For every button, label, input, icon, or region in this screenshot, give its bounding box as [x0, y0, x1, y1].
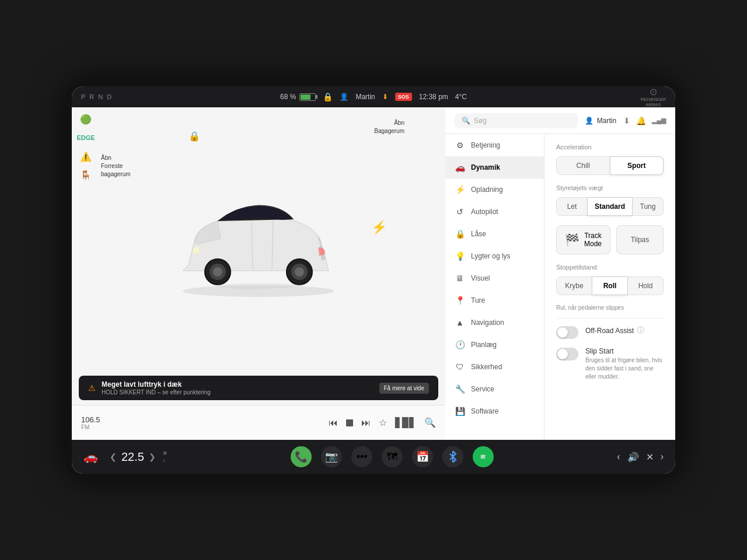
sos-button[interactable]: SOS [395, 93, 412, 101]
sport-button[interactable]: Sport [610, 156, 664, 175]
spotify-icon [478, 452, 488, 462]
standard-button[interactable]: Standard [588, 197, 633, 216]
slipstart-toggle[interactable] [556, 348, 578, 360]
offroad-knob [557, 327, 568, 338]
maps-button[interactable]: 🗺 [382, 446, 403, 467]
offroad-toggle-row: Off-Road Assist ⓘ [556, 326, 664, 339]
taskbar-left: 🚗 ❮ 22.5 ❯ ❄ ↕ [83, 450, 167, 464]
prev-track-icon[interactable]: ‹ [617, 452, 620, 462]
right-panel: 🔍 Søg 👤 Martin ⬇ 🔔 ▂▄▆ [445, 107, 675, 440]
offroad-info: Off-Road Assist ⓘ [585, 326, 664, 335]
bell-icon: 🔔 [636, 116, 646, 125]
calendar-button[interactable]: 📅 [412, 446, 433, 467]
nav-autopilot-label: Autopilot [471, 208, 498, 216]
trunk-label: Åbn Bagagerum [374, 119, 404, 135]
nav-visuel-label: Visuel [471, 274, 490, 282]
volume-icon: 🔊 [627, 452, 639, 463]
next-button[interactable]: ⏭ [361, 418, 371, 428]
nav-planlaeg[interactable]: 🕐 Planlæg [445, 334, 544, 356]
apps-button[interactable]: ••• [351, 446, 372, 467]
sync-icon: ↕ [163, 457, 167, 463]
main-content: 🟢 EDGE ⚠️ 🪑 Åbn Forreste bagagerum 🔒 [72, 107, 675, 440]
search-box[interactable]: 🔍 Søg [455, 113, 578, 128]
chill-button[interactable]: Chill [556, 156, 610, 175]
sikkerhed-icon: 🛡 [455, 362, 465, 372]
nav-sikkerhed[interactable]: 🛡 Sikkerhed [445, 356, 544, 378]
equalizer-button[interactable]: ▋▉▋ [395, 417, 416, 428]
settings-nav: ⚙ Betjening 🚗 Dynamik ⚡ Opladning ↺ [445, 134, 544, 440]
taskbar-center: 📞 📷 ••• 🗺 📅 [291, 446, 494, 467]
nav-planlaeg-label: Planlæg [471, 341, 497, 349]
nav-ture[interactable]: 📍 Ture [445, 289, 544, 312]
battery-percent: 68 % [280, 93, 296, 101]
track-mode-button[interactable]: 🏁 Track Mode [556, 225, 610, 254]
svg-point-6 [295, 267, 304, 276]
warning-icon: ⚠ [88, 383, 96, 393]
favorite-button[interactable]: ☆ [379, 417, 387, 428]
front-trunk-text: Forreste [101, 162, 131, 170]
media-controls[interactable]: ⏮ ⏭ ☆ ▋▉▋ 🔍 [329, 417, 436, 428]
alert-action-button[interactable]: Få mere at vide [379, 383, 429, 394]
phone-button[interactable]: 📞 [291, 446, 312, 467]
alert-text: Meget lavt lufttryk i dæk HOLD SIKKERT I… [102, 380, 374, 396]
opladning-icon: ⚡ [455, 185, 465, 194]
open-trunk-label: Åbn [374, 119, 404, 127]
temp-increase-button[interactable]: ❯ [149, 452, 156, 461]
battery-fill [301, 94, 310, 100]
roll-button[interactable]: Roll [592, 276, 628, 295]
settings-header: 🔍 Søg 👤 Martin ⬇ 🔔 ▂▄▆ [445, 107, 675, 134]
alert-banner: ⚠ Meget lavt lufttryk i dæk HOLD SIKKERT… [79, 376, 438, 400]
nav-ture-label: Ture [471, 296, 485, 304]
tung-button[interactable]: Tung [633, 197, 664, 216]
krybe-button[interactable]: Krybe [556, 276, 592, 295]
car-taskbar-icon[interactable]: 🚗 [83, 450, 98, 464]
offroad-toggle[interactable] [556, 326, 578, 339]
next-track-icon[interactable]: › [661, 452, 664, 462]
offroad-info-icon: ⓘ [637, 326, 644, 335]
let-button[interactable]: Let [556, 197, 588, 216]
bluetooth-icon [449, 451, 457, 463]
tilpas-button[interactable]: Tilpas [616, 225, 664, 254]
gear-selector: P R N D [81, 93, 113, 100]
car-image-area: Åbn Forreste bagagerum 🔒 Åbn Bagagerum [72, 107, 445, 376]
search-media-button[interactable]: 🔍 [424, 417, 436, 428]
status-center: 68 % 🔒 👤 Martin ⬇ SOS 12:38 pm 4°C [280, 92, 467, 102]
nav-visuel[interactable]: 🖥 Visuel [445, 267, 544, 289]
passenger-airbag-label: ⊙ PASSENGERAIRBAG [641, 86, 666, 107]
spotify-button[interactable] [473, 446, 494, 467]
nav-sikkerhed-label: Sikkerhed [471, 363, 502, 371]
nav-opladning[interactable]: ⚡ Opladning [445, 178, 544, 201]
track-mode-row: 🏁 Track Mode Tilpas [556, 225, 664, 254]
settings-body: ⚙ Betjening 🚗 Dynamik ⚡ Opladning ↺ [445, 134, 675, 440]
hold-button[interactable]: Hold [628, 276, 664, 295]
taskbar-right: ‹ 🔊 ✕ › [617, 452, 664, 463]
bluetooth-button[interactable] [442, 446, 463, 467]
nav-software[interactable]: 💾 Software [445, 400, 544, 422]
nav-software-label: Software [471, 407, 498, 415]
offroad-label: Off-Road Assist ⓘ [585, 326, 664, 335]
stop-section: Stoppetilstand Krybe Roll Hold Rul, når … [556, 264, 664, 311]
camera-button[interactable]: 📷 [321, 446, 342, 467]
header-icons: ⬇ 🔔 ▂▄▆ [623, 116, 666, 125]
taskbar: 🚗 ❮ 22.5 ❯ ❄ ↕ 📞 📷 ••• 🗺 📅 [72, 440, 675, 474]
battery-bar [299, 93, 316, 101]
nav-service[interactable]: 🔧 Service [445, 378, 544, 400]
nav-autopilot[interactable]: ↺ Autopilot [445, 201, 544, 223]
service-icon: 🔧 [455, 384, 465, 394]
nav-laase[interactable]: 🔒 Låse [445, 223, 544, 245]
status-username: Martin [355, 93, 375, 101]
nav-service-label: Service [471, 385, 494, 393]
track-mode-icon: 🏁 [565, 233, 580, 247]
nav-navigation[interactable]: ▲ Navigation [445, 312, 544, 334]
nav-dynamik[interactable]: 🚗 Dynamik [445, 156, 544, 178]
stop-button[interactable] [346, 419, 353, 426]
nav-betjening[interactable]: ⚙ Betjening [445, 134, 544, 156]
mute-icon[interactable]: ✕ [646, 452, 654, 463]
temp-decrease-button[interactable]: ❮ [110, 452, 117, 461]
nav-lygter[interactable]: 💡 Lygter og lys [445, 245, 544, 267]
prev-button[interactable]: ⏮ [329, 418, 338, 428]
software-icon: 💾 [455, 407, 465, 416]
download-header-icon: ⬇ [623, 116, 630, 125]
lygter-icon: 💡 [455, 251, 465, 261]
fan-icon: ❄ [163, 450, 167, 456]
